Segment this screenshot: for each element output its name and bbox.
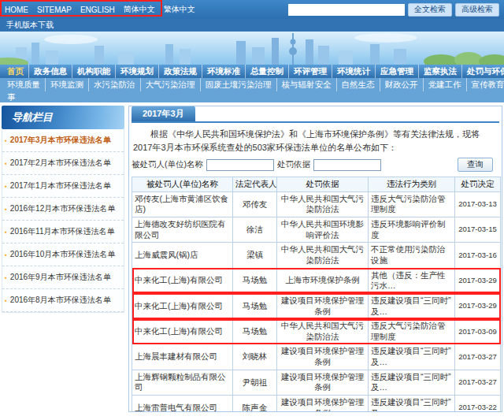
nav-item[interactable]: 政务信息 — [28, 65, 72, 78]
cell-name: 上海辉钢颗粒制品有限公司 — [132, 370, 233, 395]
cell-name: 上海晨丰建材有限公司 — [132, 344, 233, 370]
table-header-row: 被处罚人(单位)名称法定代表人姓名处罚依据违法行为类别处罚决定 — [132, 177, 501, 192]
cell-basis: 中华人民共和国大气污染防治法 — [277, 191, 369, 217]
nav-item[interactable]: 党建工作 — [423, 78, 466, 91]
sub-nav-overflow[interactable]: 事 — [0, 91, 504, 102]
nav-item[interactable]: 监察执法 — [418, 65, 461, 78]
cell-rep: 邓传友 — [233, 191, 277, 217]
table-row: 上海威震风(锅)店梁镇中华人民共和国大气污染防治法不正常使用污染防治设施2017… — [132, 243, 501, 268]
nav-item[interactable]: 环境统计 — [332, 65, 375, 78]
nav-item[interactable]: 宣传教育 — [466, 78, 504, 91]
topbar-search: 全文检索 高级检索 — [288, 3, 499, 17]
nav-item[interactable]: 环境质量 — [2, 78, 45, 91]
cell-rep: 马场勉 — [233, 293, 277, 318]
topbar: HOMESITEMAPENGLISH简体中文繁体中文 全文检索 高级检索 — [0, 0, 504, 19]
cell-basis: 建设项目环境保护管理条例 — [277, 344, 369, 370]
cell-basis: 中华人民共和国大气污染防治法 — [277, 243, 369, 268]
cell-date: 2017-03-27 — [455, 344, 501, 370]
cell-name: 中来化工(上海)有限公司 — [132, 319, 233, 344]
mobile-download-link[interactable]: 手机版本下载 — [6, 20, 54, 31]
nav-item[interactable]: 首页 — [2, 65, 28, 78]
cell-violation: 违反大气污染防治管理制度 — [369, 319, 455, 344]
topbar-link[interactable]: 繁体中文 — [164, 4, 195, 15]
nav-item[interactable]: 机构职能 — [72, 65, 115, 78]
cell-violation: 违反建设项目“三同时”及… — [369, 370, 455, 395]
cell-violation: 不正常使用污染防治设施 — [369, 243, 455, 268]
bullet-icon: ▪ — [5, 274, 7, 281]
cell-name: 中来化工(上海)有限公司 — [132, 293, 233, 318]
main-panel: 2017年3月 根据《中华人民共和国环境保护法》和《上海市环境保护条例》等有关法… — [128, 106, 502, 412]
penalized-name-input[interactable] — [206, 159, 274, 171]
nav-item[interactable]: 核与辐射安全 — [276, 78, 336, 91]
topbar-link[interactable]: ENGLISH — [80, 6, 115, 14]
banner-image — [0, 32, 504, 65]
cell-rep: 刘晓林 — [233, 344, 277, 370]
cell-violation: 违反建设项目“三同时”及… — [369, 395, 455, 412]
column-header: 处罚依据 — [277, 177, 369, 192]
topbar-link[interactable]: HOME — [5, 6, 28, 14]
nav-item[interactable]: 自然生态 — [336, 78, 380, 91]
intro-text: 根据《中华人民共和国环境保护法》和《上海市环境保护条例》等有关法律法规，现将20… — [133, 128, 498, 154]
content-area: 导航栏目 ▪2017年3月本市环保违法名单▪2017年2月本市环保违法名单▪20… — [0, 102, 504, 412]
topbar-link[interactable]: 简体中文 — [124, 4, 155, 15]
nav-item[interactable]: 环评管理 — [288, 65, 332, 78]
cell-violation: 违反建设项目“三同时”及… — [369, 293, 455, 318]
nav-item[interactable]: 环境标准 — [202, 65, 245, 78]
nav-item[interactable]: 固废土壤污染治理 — [200, 78, 276, 91]
cell-rep: 马场勉 — [233, 319, 277, 344]
sidebar-item[interactable]: ▪2016年11月本市环保违法名单 — [2, 221, 124, 243]
sidebar-item[interactable]: ▪2016年8月本市环保违法名单 — [2, 289, 124, 312]
cell-date: 2017-03-29 — [455, 268, 501, 293]
sidebar-item[interactable]: ▪2017年2月本市环保违法名单 — [2, 152, 124, 175]
nav-item[interactable]: 环境监测 — [45, 78, 88, 91]
bullet-icon: ▪ — [5, 183, 7, 190]
sidebar-title: 导航栏目 — [2, 106, 124, 129]
nav-item[interactable]: 总量控制 — [245, 65, 288, 78]
topbar-secondary: 手机版本下载 — [0, 19, 504, 32]
column-header: 被处罚人(单位)名称 — [132, 177, 233, 192]
query-button[interactable]: 查询 — [458, 158, 493, 172]
cell-date: 2017-03-16 — [455, 243, 501, 268]
sidebar-item-label: 2016年9月本市环保违法名单 — [10, 272, 111, 283]
sub-nav: 环境质量环境监测水污染防治大气污染治理固废土壤污染治理核与辐射安全自然生态财政公… — [0, 78, 504, 91]
advanced-search-button[interactable]: 高级检索 — [455, 3, 499, 17]
search-input[interactable] — [288, 4, 405, 16]
cell-date: 2017-03-09 — [455, 319, 501, 344]
nav-item[interactable]: 大气污染治理 — [140, 78, 200, 91]
sidebar-item-label: 2017年3月本市环保违法名单 — [10, 135, 111, 146]
cell-violation: 违反大气污染防治管理制度 — [369, 191, 455, 217]
cell-name: 邓传友(上海市黄浦区饮食店) — [132, 191, 233, 217]
penalty-basis-input[interactable] — [313, 159, 381, 171]
fulltext-search-button[interactable]: 全文检索 — [408, 3, 452, 17]
cell-rep: 陈声金 — [233, 395, 277, 412]
nav-item[interactable]: 环境规划 — [115, 65, 158, 78]
cell-rep: 马场勉 — [233, 268, 277, 293]
sidebar-item-label: 2016年11月本市环保违法名单 — [10, 226, 115, 237]
sidebar-item[interactable]: ▪2016年9月本市环保违法名单 — [2, 266, 124, 289]
tab-2017-03[interactable]: 2017年3月 — [132, 106, 195, 121]
nav-item[interactable]: 处罚与环保稽查 — [461, 65, 504, 78]
cell-basis: 建设项目环境保护管理条例 — [277, 370, 369, 395]
table-row: 上海辉钢颗粒制品有限公司尹朝祖建设项目环境保护管理条例违反建设项目“三同时”及…… — [132, 370, 501, 395]
nav-item[interactable]: 水污染防治 — [88, 78, 140, 91]
violations-tbody: 邓传友(上海市黄浦区饮食店)邓传友中华人民共和国大气污染防治法违反大气污染防治管… — [132, 191, 501, 412]
cell-rep: 徐洁 — [233, 217, 277, 243]
banner-cityscape-graphic — [0, 32, 504, 65]
sidebar-item-label: 2016年10月本市环保违法名单 — [10, 249, 115, 260]
topbar-link[interactable]: SITEMAP — [37, 6, 72, 14]
bullet-icon: ▪ — [5, 251, 7, 258]
sidebar-item[interactable]: ▪2016年10月本市环保违法名单 — [2, 243, 124, 266]
nav-item[interactable]: 应急管理 — [375, 65, 418, 78]
sidebar-item[interactable]: ▪2017年1月本市环保违法名单 — [2, 175, 124, 198]
nav-item[interactable]: 政策法规 — [158, 65, 202, 78]
sidebar-item[interactable]: ▪2017年3月本市环保违法名单 — [2, 129, 124, 152]
column-header: 法定代表人姓名 — [233, 177, 277, 192]
cell-date: 2017-03-13 — [455, 191, 501, 217]
bullet-icon: ▪ — [5, 206, 7, 213]
nav-item[interactable]: 财政公开 — [380, 78, 423, 91]
cell-date: 2017-03-27 — [455, 370, 501, 395]
cell-basis: 建设项目环境保护管理条例 — [277, 293, 369, 318]
tab-row: 2017年3月 — [132, 107, 499, 123]
topbar-links: HOMESITEMAPENGLISH简体中文繁体中文 — [5, 4, 195, 15]
sidebar-item[interactable]: ▪2016年12月本市环保违法名单 — [2, 198, 124, 221]
